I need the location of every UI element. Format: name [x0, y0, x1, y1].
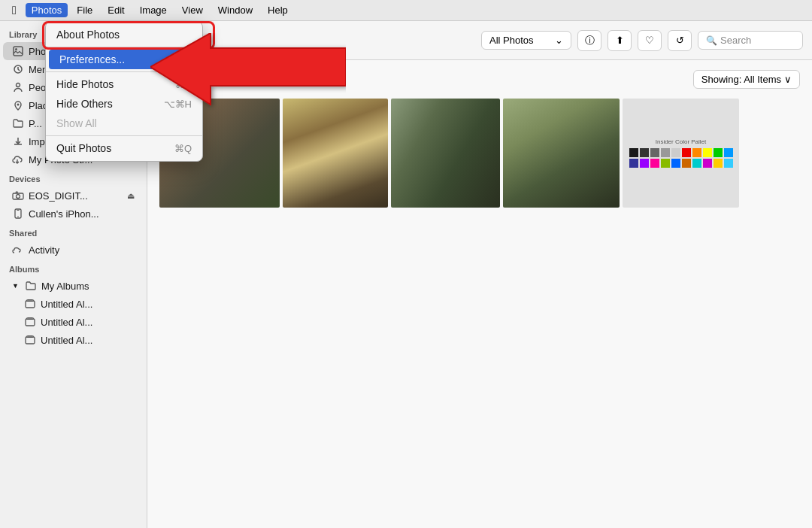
- search-placeholder: Search: [720, 35, 751, 46]
- photo-thumb-2[interactable]: [283, 99, 388, 208]
- photo-thumb-3[interactable]: [391, 99, 500, 208]
- sidebar-activity-label: Activity: [29, 244, 59, 256]
- sidebar-places-label: Places: [29, 100, 58, 111]
- sidebar-item-imports[interactable]: Imports: [3, 132, 144, 150]
- content-header: Jul 9, 2019 Showing: All Items ∨: [147, 60, 812, 96]
- sidebar-item-my-albums[interactable]: ▼ My Albums: [3, 277, 144, 295]
- fullscreen-button[interactable]: [183, 36, 192, 45]
- devices-section-header: Devices: [0, 168, 147, 187]
- memories-icon: [12, 63, 24, 75]
- folder-small-icon: [12, 117, 24, 129]
- sidebar-item-eos[interactable]: EOS_DIGIT... ⏏: [3, 187, 144, 205]
- sidebar-item-people[interactable]: People: [3, 78, 144, 96]
- sidebar-item-iphone[interactable]: Cullen's iPhon...: [3, 205, 144, 223]
- albums-section-header: Albums: [0, 259, 147, 277]
- info-icon: ⓘ: [585, 34, 595, 47]
- photo-canvas-3: [391, 99, 500, 208]
- view-menu-trigger[interactable]: View: [176, 3, 209, 17]
- sidebar-item-activity[interactable]: Activity: [3, 241, 144, 259]
- svg-rect-12: [26, 319, 35, 326]
- phone-icon: [12, 208, 24, 220]
- showing-chevron-icon: ∨: [784, 74, 792, 85]
- heart-button[interactable]: ♡: [638, 30, 662, 51]
- camera-icon: [12, 190, 24, 202]
- rotate-icon: ↺: [676, 35, 684, 46]
- svg-point-4: [17, 104, 20, 106]
- all-photos-dropdown[interactable]: All Photos ⌄: [481, 31, 571, 50]
- sidebar-item-places[interactable]: Places: [3, 96, 144, 114]
- photo-thumb-5[interactable]: Insider Color Pallet: [623, 99, 739, 208]
- sidebar-untitled-2-label: Untitled Al...: [41, 317, 92, 328]
- main-content: Jul 9, 2019 Showing: All Items ∨: [147, 60, 812, 528]
- sidebar-iphone-label: Cullen's iPhon...: [29, 208, 99, 220]
- imports-icon: [12, 135, 24, 147]
- sidebar-people-label: People: [29, 82, 59, 93]
- svg-rect-0: [14, 47, 23, 56]
- content-title: Jul 9, 2019: [159, 68, 259, 91]
- sidebar-eos-label: EOS_DIGIT...: [29, 190, 88, 202]
- places-icon: [12, 99, 24, 111]
- image-menu-trigger[interactable]: Image: [134, 3, 173, 17]
- photo-thumb-1[interactable]: [159, 99, 280, 208]
- window-menu-trigger[interactable]: Window: [212, 3, 259, 17]
- share-button[interactable]: ⬆: [607, 30, 632, 51]
- sidebar-untitled-3-label: Untitled Al...: [41, 335, 92, 346]
- sidebar-item-photos[interactable]: Photos: [3, 42, 144, 60]
- expand-triangle-icon: ▼: [12, 282, 19, 290]
- svg-point-8: [17, 216, 19, 217]
- showing-label: Showing: All Items: [701, 74, 781, 85]
- help-menu-trigger[interactable]: Help: [262, 3, 294, 17]
- color-grid: [629, 148, 733, 168]
- svg-point-3: [17, 83, 20, 87]
- library-section-header: Library: [0, 24, 147, 42]
- showing-button[interactable]: Showing: All Items ∨: [693, 70, 800, 89]
- edit-menu-trigger[interactable]: Edit: [102, 3, 130, 17]
- file-menu-trigger[interactable]: File: [71, 3, 98, 17]
- info-button[interactable]: ⓘ: [577, 30, 601, 51]
- sidebar-item-untitled-3[interactable]: Untitled Al...: [3, 331, 144, 349]
- sidebar-item-p[interactable]: P...: [3, 114, 144, 132]
- minimize-button[interactable]: [170, 36, 179, 45]
- apple-menu[interactable]: : [6, 2, 23, 19]
- sidebar-imports-label: Imports: [29, 136, 61, 147]
- dropdown-chevron-icon: ⌄: [555, 35, 563, 46]
- photos-icon: [12, 45, 24, 57]
- all-photos-label: All Photos: [489, 35, 534, 46]
- rotate-button[interactable]: ↺: [668, 30, 692, 51]
- cloud-icon: [12, 153, 24, 165]
- sidebar-item-untitled-2[interactable]: Untitled Al...: [3, 313, 144, 331]
- photo-canvas-2: [283, 99, 388, 208]
- sidebar-my-albums-label: My Albums: [41, 281, 89, 292]
- sidebar-photo-stream-label: My Photo Str...: [29, 154, 92, 165]
- app-body: Library Photos Memories People Places: [0, 21, 812, 528]
- sidebar: Library Photos Memories People Places: [0, 21, 147, 528]
- album-icon-3: [24, 334, 36, 346]
- svg-rect-10: [26, 301, 35, 308]
- menu-bar:  Photos File Edit Image View Window Hel…: [0, 0, 812, 21]
- search-icon: 🔍: [706, 35, 717, 46]
- eject-icon[interactable]: ⏏: [127, 191, 135, 201]
- sidebar-p-label: P...: [29, 118, 42, 129]
- photos-menu-trigger[interactable]: Photos: [26, 3, 68, 17]
- sidebar-item-memories[interactable]: Memories: [3, 60, 144, 78]
- window-traffic-lights: [156, 36, 192, 45]
- close-button[interactable]: [156, 36, 165, 45]
- share-icon: ⬆: [616, 35, 624, 46]
- sidebar-item-untitled-1[interactable]: Untitled Al...: [3, 295, 144, 313]
- color-palette-label: Insider Color Pallet: [656, 138, 707, 145]
- heart-icon: ♡: [645, 35, 654, 46]
- photo-thumb-4[interactable]: [503, 99, 620, 208]
- shared-section-header: Shared: [0, 223, 147, 241]
- sidebar-memories-label: Memories: [29, 64, 71, 75]
- photo-canvas-4: [503, 99, 620, 208]
- svg-rect-14: [26, 337, 35, 344]
- activity-icon: [12, 244, 24, 256]
- search-box[interactable]: 🔍 Search: [698, 31, 803, 50]
- my-albums-icon: [25, 280, 37, 292]
- sidebar-item-photo-stream[interactable]: My Photo Str...: [3, 150, 144, 168]
- svg-point-1: [15, 48, 17, 50]
- sidebar-untitled-1-label: Untitled Al...: [41, 299, 92, 310]
- svg-point-6: [17, 195, 20, 199]
- album-icon-1: [24, 298, 36, 310]
- photo-canvas-1: [159, 99, 280, 208]
